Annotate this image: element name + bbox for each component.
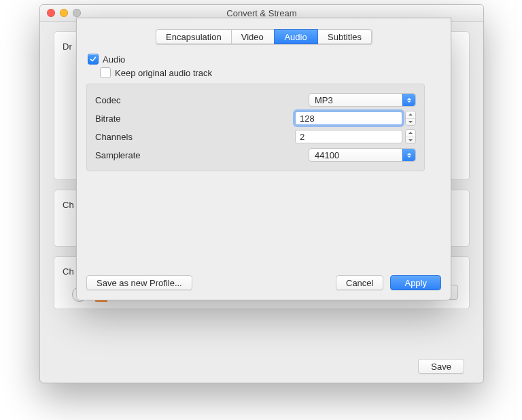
tab-audio-codec[interactable]: Audio codec (274, 29, 318, 44)
channels-row: Channels (95, 128, 416, 145)
save-button[interactable]: Save (418, 359, 464, 374)
codec-tabs: Encapsulation Video codec Audio codec Su… (156, 29, 372, 44)
codec-value: MP3 (315, 95, 333, 105)
bitrate-stepper[interactable] (405, 111, 416, 126)
drop-panel-label: Dr (63, 41, 72, 52)
sheet-button-bar: Save as new Profile... Cancel Apply (86, 275, 441, 290)
channels-input[interactable] (295, 130, 402, 143)
codec-row: Codec MP3 (95, 92, 416, 108)
profile-edit-sheet: Encapsulation Video codec Audio codec Su… (76, 18, 451, 300)
samplerate-label: Samplerate (95, 150, 170, 160)
cancel-button[interactable]: Cancel (336, 275, 383, 290)
codec-select[interactable]: MP3 (309, 93, 416, 107)
close-icon[interactable] (47, 9, 55, 17)
channels-label: Channels (95, 132, 170, 142)
channels-stepper[interactable] (405, 129, 416, 144)
checkmark-icon (90, 56, 97, 63)
bitrate-input[interactable] (295, 111, 402, 125)
codec-label: Codec (95, 95, 170, 105)
audio-enable-row: Audio (88, 54, 441, 65)
dropdown-arrows-icon (402, 94, 415, 106)
audio-settings-box: Codec MP3 Bitrate (86, 84, 425, 171)
audio-checkbox[interactable] (88, 54, 99, 65)
stepper-up-icon (406, 111, 415, 118)
bitrate-row: Bitrate (95, 110, 416, 126)
keep-original-row: Keep original audio track (100, 67, 441, 78)
tab-encapsulation[interactable]: Encapsulation (156, 29, 232, 44)
choose-profile-label: Ch (63, 200, 74, 210)
samplerate-row: Samplerate 44100 (95, 147, 416, 163)
audio-checkbox-label: Audio (103, 54, 125, 65)
window-controls (47, 9, 81, 17)
samplerate-value: 44100 (315, 150, 339, 160)
samplerate-select[interactable]: 44100 (309, 148, 416, 162)
stepper-up-icon (406, 130, 415, 137)
zoom-icon[interactable] (73, 9, 81, 17)
window-title: Convert & Stream (226, 8, 296, 18)
save-profile-button[interactable]: Save as new Profile... (86, 275, 192, 290)
bitrate-label: Bitrate (95, 113, 170, 124)
stepper-down-icon (406, 118, 415, 126)
stepper-down-icon (406, 137, 415, 144)
tab-video-codec[interactable]: Video codec (231, 29, 275, 44)
keep-original-label: Keep original audio track (115, 68, 212, 78)
choose-destination-label: Ch (63, 266, 74, 277)
audio-codec-pane: Audio Keep original audio track Codec MP… (86, 51, 441, 171)
dropdown-arrows-icon (402, 149, 415, 161)
minimize-icon[interactable] (60, 9, 68, 17)
apply-button[interactable]: Apply (390, 275, 441, 290)
tab-subtitles[interactable]: Subtitles (317, 29, 372, 44)
keep-original-checkbox[interactable] (100, 67, 111, 78)
